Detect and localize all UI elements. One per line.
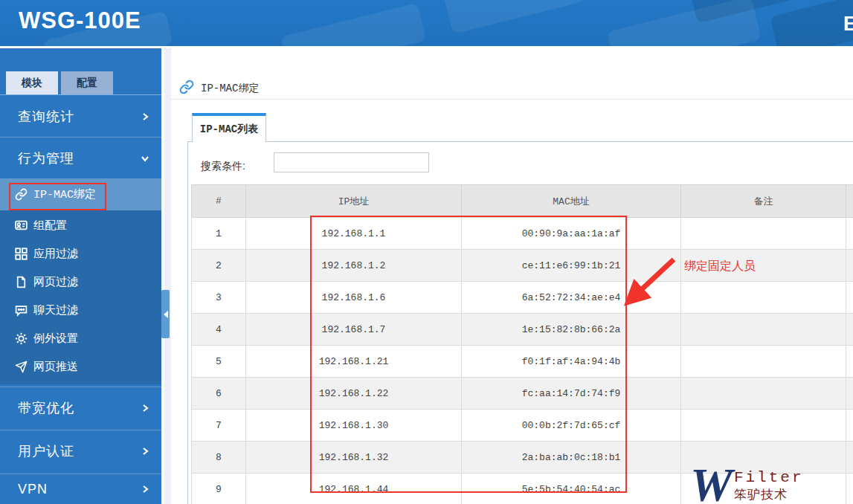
annotation-text: 绑定固定人员 xyxy=(684,259,756,274)
table-row: 3192.168.1.66a:52:72:34:ae:e4 xyxy=(192,282,853,314)
app-header: WSG-100E E xyxy=(0,0,853,46)
sidebar-collapse-handle[interactable] xyxy=(161,290,170,338)
link-icon xyxy=(179,80,194,94)
cell-mac: 00:90:9a:aa:1a:af xyxy=(462,218,681,250)
cell-num: 3 xyxy=(192,282,246,314)
send-icon xyxy=(15,361,28,373)
cell-num: 7 xyxy=(192,410,246,442)
tab-ip-mac-list[interactable]: IP-MAC列表 xyxy=(192,113,266,142)
table-row: 6192.168.1.22fc:aa:14:7d:74:f9 xyxy=(192,378,853,410)
cell-mac: 5e:5b:54:40:54:ac xyxy=(462,474,681,504)
col-header-mac: MAC地址 xyxy=(462,185,681,218)
cell-extra xyxy=(846,314,853,346)
cell-note xyxy=(681,346,846,378)
cell-extra xyxy=(846,410,853,442)
table-row: 1192.168.1.100:90:9a:aa:1a:af xyxy=(192,218,853,250)
sidebar-item-exception-settings[interactable]: 例外设置 xyxy=(0,324,161,352)
col-header-extra xyxy=(846,185,853,218)
sidebar-item-label: 网页推送 xyxy=(33,360,78,374)
cell-note xyxy=(681,378,846,410)
sidebar-gutter-strip xyxy=(164,48,171,504)
breadcrumb-divider xyxy=(171,99,853,100)
cell-ip: 192.168.1.32 xyxy=(246,442,462,474)
chevron-right-icon xyxy=(141,112,149,121)
cell-note xyxy=(681,314,846,346)
sidebar-group-label: 用户认证 xyxy=(18,442,74,460)
cell-extra xyxy=(846,250,853,282)
watermark-cn: 笨驴技术 xyxy=(734,486,804,503)
cell-ip: 192.168.1.7 xyxy=(246,314,462,346)
sidebar-item-group-config[interactable]: 组配置 xyxy=(0,211,161,239)
screen: WSG-100E E 模块 配置 查询统计 行为管理 xyxy=(0,0,853,504)
sidebar-item-label: 例外设置 xyxy=(33,332,78,346)
cell-ip: 192.168.1.44 xyxy=(246,474,462,504)
chevron-down-icon xyxy=(141,154,149,163)
grid-icon xyxy=(15,248,28,260)
sidebar-item-chat-filter[interactable]: 聊天过滤 xyxy=(0,296,161,324)
cell-num: 6 xyxy=(192,378,246,410)
sidebar-tab-config[interactable]: 配置 xyxy=(61,71,113,94)
chevron-right-icon xyxy=(141,485,149,494)
col-header-num: # xyxy=(192,185,246,218)
sidebar-group-bandwidth[interactable]: 带宽优化 xyxy=(0,387,161,428)
cell-num: 2 xyxy=(192,250,246,282)
collapse-left-icon xyxy=(164,311,168,318)
cell-note xyxy=(681,282,846,314)
sidebar-item-ip-mac-binding[interactable]: IP-MAC绑定 xyxy=(0,178,161,210)
sidebar-item-label: 组配置 xyxy=(33,219,67,233)
sidebar-group-label: VPN xyxy=(18,482,48,497)
cell-extra xyxy=(846,474,853,504)
cell-mac: 00:0b:2f:7d:65:cf xyxy=(462,410,681,442)
chat-icon xyxy=(15,304,28,317)
sidebar-group-query-stats[interactable]: 查询统计 xyxy=(0,97,161,136)
cell-mac: 2a:ba:ab:0c:18:b1 xyxy=(462,442,681,474)
sidebar-item-web-filter[interactable]: 网页过滤 xyxy=(0,268,161,296)
sidebar-group-behavior-mgmt[interactable]: 行为管理 xyxy=(0,137,161,178)
sidebar-item-app-filter[interactable]: 应用过滤 xyxy=(0,239,161,268)
device-title: WSG-100E xyxy=(19,7,141,34)
table-wrapper: # IP地址 MAC地址 备注 1192.168.1.100:90:9a:aa:… xyxy=(191,184,853,504)
cell-num: 4 xyxy=(192,314,246,346)
ip-mac-table: # IP地址 MAC地址 备注 1192.168.1.100:90:9a:aa:… xyxy=(191,184,853,504)
cell-extra xyxy=(846,218,853,250)
cell-ip: 192.168.1.1 xyxy=(246,218,462,250)
sidebar-item-label: IP-MAC绑定 xyxy=(33,187,96,201)
sidebar-group-label: 查询统计 xyxy=(18,108,74,126)
cell-num: 1 xyxy=(192,218,246,250)
cell-extra xyxy=(846,442,853,474)
watermark: W Filter 笨驴技术 xyxy=(690,463,804,504)
sidebar-group-user-auth[interactable]: 用户认证 xyxy=(0,430,161,472)
cell-mac: fc:aa:14:7d:74:f9 xyxy=(462,378,681,410)
panel-left-border xyxy=(187,141,188,504)
page-icon xyxy=(15,276,28,288)
keyboard-texture xyxy=(443,0,583,34)
table-row: 4192.168.1.71e:15:82:8b:66:2a xyxy=(192,314,853,346)
sidebar-group-vpn[interactable]: VPN xyxy=(0,474,161,504)
col-header-note: 备注 xyxy=(681,185,846,218)
cell-extra xyxy=(846,378,853,410)
cell-ip: 192.168.1.30 xyxy=(246,410,462,442)
search-input[interactable] xyxy=(274,152,429,172)
cell-mac: 6a:52:72:34:ae:e4 xyxy=(462,282,681,314)
keyboard-texture xyxy=(280,3,427,46)
table-row: 7192.168.1.3000:0b:2f:7d:65:cf xyxy=(192,410,853,442)
cell-ip: 192.168.1.21 xyxy=(246,346,462,378)
sidebar-tab-modules[interactable]: 模块 xyxy=(6,71,58,94)
sidebar-item-label: 聊天过滤 xyxy=(33,303,78,317)
table-header-row: # IP地址 MAC地址 备注 xyxy=(192,185,853,218)
cell-ip: 192.168.1.22 xyxy=(246,378,462,410)
cell-extra xyxy=(846,346,853,378)
cell-mac: ce:11:e6:99:1b:21 xyxy=(462,250,681,282)
table-row: 5192.168.1.21f0:1f:af:4a:94:4b xyxy=(192,346,853,378)
chevron-right-icon xyxy=(141,447,149,456)
search-label: 搜索条件: xyxy=(201,156,245,175)
sidebar-item-web-push[interactable]: 网页推送 xyxy=(0,352,161,381)
sidebar-group-label: 行为管理 xyxy=(18,149,74,167)
cell-ip: 192.168.1.2 xyxy=(246,250,462,282)
sidebar-group-label: 带宽优化 xyxy=(18,399,74,417)
cell-mac: f0:1f:af:4a:94:4b xyxy=(462,346,681,378)
cell-extra xyxy=(846,282,853,314)
breadcrumb: IP-MAC绑定 xyxy=(201,82,259,95)
link-icon xyxy=(15,188,28,201)
col-header-ip: IP地址 xyxy=(246,185,462,218)
